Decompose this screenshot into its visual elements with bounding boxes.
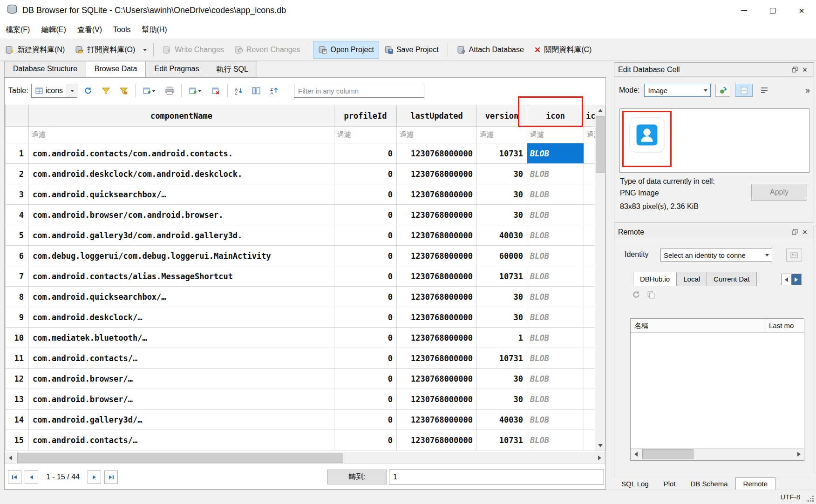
close-panel-icon[interactable]: × bbox=[800, 65, 810, 75]
cell-componentName[interactable]: com.android.browser/… bbox=[29, 369, 334, 389]
cell-componentName[interactable]: com.android.gallery3d/… bbox=[29, 410, 334, 430]
attach-database-button[interactable]: Attach Database bbox=[452, 41, 529, 59]
cell-profileId[interactable]: 0 bbox=[334, 164, 397, 184]
filter-icon[interactable]: 過濾 bbox=[527, 127, 584, 143]
import-identity-button[interactable] bbox=[786, 249, 802, 262]
cell-lastUpdated[interactable]: 1230768000000 bbox=[397, 225, 477, 246]
cell-lastUpdated[interactable]: 1230768000000 bbox=[397, 348, 477, 369]
cell-version[interactable]: 10731 bbox=[477, 143, 527, 164]
filter-partial[interactable]: 過濾 bbox=[584, 127, 595, 143]
row-number[interactable]: 6 bbox=[6, 246, 29, 266]
cell-icon[interactable]: BLOB bbox=[527, 389, 584, 410]
cell-icon[interactable]: BLOB bbox=[527, 348, 584, 369]
cell-lastUpdated[interactable]: 1230768000000 bbox=[397, 164, 477, 184]
close-button[interactable]: × bbox=[787, 0, 816, 21]
cell-version[interactable]: 10731 bbox=[477, 266, 527, 287]
cell-componentName[interactable]: com.mediatek.bluetooth/… bbox=[29, 328, 334, 348]
cell-profileId[interactable]: 0 bbox=[334, 246, 397, 266]
close-panel-icon[interactable]: × bbox=[800, 227, 810, 237]
goto-page-input[interactable] bbox=[389, 470, 604, 484]
previous-page-button[interactable] bbox=[25, 470, 38, 484]
cell-icon[interactable]: BLOB bbox=[527, 410, 584, 430]
open-project-button[interactable]: Open Project bbox=[313, 41, 379, 59]
cell-lastUpdated[interactable]: 1230768000000 bbox=[397, 328, 477, 348]
cell-icon[interactable]: BLOB bbox=[527, 266, 584, 287]
cell-icon[interactable]: BLOB bbox=[527, 307, 584, 328]
cell-profileId[interactable]: 0 bbox=[334, 184, 397, 205]
cell-componentName[interactable]: com.android.contacts/… bbox=[29, 430, 334, 450]
cell-overflow[interactable] bbox=[584, 307, 595, 328]
cell-icon[interactable]: BLOB bbox=[527, 246, 584, 266]
new-database-button[interactable]: 新建資料庫(N) bbox=[0, 41, 70, 59]
remote-list-scrollbar-thumb[interactable] bbox=[642, 449, 694, 459]
global-filter-input[interactable] bbox=[294, 84, 424, 98]
row-number[interactable]: 4 bbox=[6, 205, 29, 225]
cell-profileId[interactable]: 0 bbox=[334, 205, 397, 225]
insert-record-button[interactable] bbox=[185, 84, 205, 98]
filter-lastUpdated[interactable]: 過濾 bbox=[397, 127, 477, 143]
clear-filters-button[interactable] bbox=[99, 84, 113, 98]
save-project-button[interactable]: Save Project bbox=[379, 41, 444, 59]
menu-view[interactable]: 查看(V) bbox=[72, 22, 108, 38]
remote-list-header-last-modified[interactable]: Last mo bbox=[766, 319, 804, 332]
print-button[interactable] bbox=[163, 84, 177, 98]
tab-execute-sql[interactable]: 執行 SQL bbox=[208, 61, 257, 77]
cell-version[interactable]: 30 bbox=[477, 184, 527, 205]
cell-overflow[interactable] bbox=[584, 369, 595, 389]
cell-profileId[interactable]: 0 bbox=[334, 369, 397, 389]
remote-refresh-button[interactable] bbox=[632, 290, 640, 301]
tab-browse-data[interactable]: Browse Data bbox=[86, 61, 146, 77]
scroll-right-arrow[interactable] bbox=[794, 449, 804, 460]
cell-componentName[interactable]: com.android.contacts/com.android.contact… bbox=[29, 143, 334, 164]
resize-grip[interactable] bbox=[812, 500, 814, 502]
cell-icon[interactable]: BLOB bbox=[527, 184, 584, 205]
cell-overflow[interactable] bbox=[584, 410, 595, 430]
cell-version[interactable]: 1 bbox=[477, 328, 527, 348]
cell-componentName[interactable]: com.android.contacts/alias.MessageShortc… bbox=[29, 266, 334, 287]
scroll-left-arrow[interactable] bbox=[5, 452, 15, 464]
remote-tab-current-database[interactable]: Current Dat bbox=[707, 272, 757, 286]
cell-icon[interactable]: BLOB bbox=[527, 287, 584, 307]
word-wrap-icon[interactable] bbox=[758, 84, 770, 97]
filter-profileId[interactable]: 過濾 bbox=[334, 127, 397, 143]
cell-componentName[interactable]: com.android.browser/com.android.browser. bbox=[29, 205, 334, 225]
cell-lastUpdated[interactable]: 1230768000000 bbox=[397, 369, 477, 389]
cell-lastUpdated[interactable]: 1230768000000 bbox=[397, 143, 477, 164]
cell-profileId[interactable]: 0 bbox=[334, 389, 397, 410]
cell-overflow[interactable] bbox=[584, 328, 595, 348]
cell-lastUpdated[interactable]: 1230768000000 bbox=[397, 287, 477, 307]
minimize-button[interactable] bbox=[729, 0, 758, 21]
row-number[interactable]: 5 bbox=[6, 225, 29, 246]
tab-scroll-right-button[interactable] bbox=[791, 274, 802, 285]
cell-profileId[interactable]: 0 bbox=[334, 287, 397, 307]
scroll-up-arrow[interactable] bbox=[595, 105, 605, 115]
tab-scroll-left-button[interactable] bbox=[781, 274, 791, 285]
row-number[interactable]: 9 bbox=[6, 307, 29, 328]
cell-lastUpdated[interactable]: 1230768000000 bbox=[397, 184, 477, 205]
write-changes-button[interactable]: Write Changes bbox=[157, 41, 229, 59]
tab-edit-pragmas[interactable]: Edit Pragmas bbox=[145, 61, 207, 77]
cell-profileId[interactable]: 0 bbox=[334, 143, 397, 164]
filter-componentName[interactable]: 過濾 bbox=[29, 127, 334, 143]
goto-button[interactable]: 轉到: bbox=[327, 470, 387, 484]
cell-version[interactable]: 30 bbox=[477, 389, 527, 410]
cell-componentName[interactable]: com.android.quicksearchbox/… bbox=[29, 184, 334, 205]
row-number[interactable]: 8 bbox=[6, 287, 29, 307]
menu-file[interactable]: 檔案(F) bbox=[0, 22, 35, 38]
import-data-button[interactable] bbox=[715, 84, 730, 97]
cell-version[interactable]: 30 bbox=[477, 205, 527, 225]
row-number[interactable]: 7 bbox=[6, 266, 29, 287]
cell-componentName[interactable]: com.debug.loggerui/com.debug.loggerui.Ma… bbox=[29, 246, 334, 266]
column-header-partial[interactable]: ic bbox=[584, 105, 595, 127]
float-panel-icon[interactable] bbox=[789, 65, 800, 75]
row-number[interactable]: 15 bbox=[6, 430, 29, 450]
cell-overflow[interactable] bbox=[584, 164, 595, 184]
cell-overflow[interactable] bbox=[584, 348, 595, 369]
row-number[interactable]: 14 bbox=[6, 410, 29, 430]
open-database-dropdown[interactable] bbox=[140, 41, 150, 59]
row-number[interactable]: 13 bbox=[6, 389, 29, 410]
cell-overflow[interactable] bbox=[584, 143, 595, 164]
cell-lastUpdated[interactable]: 1230768000000 bbox=[397, 410, 477, 430]
row-number[interactable]: 1 bbox=[6, 143, 29, 164]
toolbar-overflow-chevron[interactable]: » bbox=[805, 86, 810, 95]
